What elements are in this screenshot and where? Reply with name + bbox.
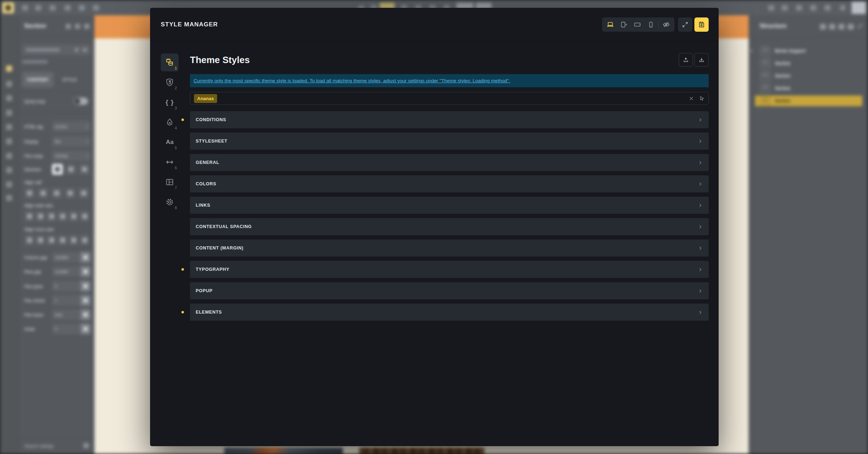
strip-icon-9[interactable] — [6, 181, 12, 187]
unit-button[interactable] — [81, 295, 91, 306]
strip-icon-3[interactable] — [6, 95, 12, 101]
toolbar-icon-2[interactable] — [35, 5, 41, 11]
section-general[interactable]: GENERAL — [190, 154, 709, 171]
tablet-landscape-icon[interactable] — [631, 17, 644, 32]
direction-button-2[interactable] — [66, 164, 76, 175]
unit-button[interactable] — [81, 309, 91, 320]
align-main-button-6[interactable] — [79, 211, 89, 222]
fullscreen-icon[interactable] — [678, 17, 692, 32]
tab-style[interactable]: STYLE — [62, 72, 77, 87]
structure-item[interactable]: Section — [755, 71, 862, 81]
align-main-button-3[interactable] — [46, 211, 56, 222]
structure-header-icon-3[interactable] — [838, 24, 844, 30]
toolbar-icon-3[interactable] — [50, 5, 56, 11]
download-button[interactable] — [694, 53, 709, 67]
rail-code[interactable]: { } 3 — [161, 93, 179, 111]
theme-style-input[interactable]: Ananas — [190, 92, 709, 105]
html-tag-select[interactable]: section — [52, 121, 91, 132]
order-input[interactable]: 0 — [52, 324, 91, 334]
section-elements[interactable]: ELEMENTS — [190, 304, 709, 321]
section-popup[interactable]: POPUP — [190, 282, 709, 299]
toolbar-icon-5[interactable] — [79, 5, 85, 11]
strip-icon-5[interactable] — [6, 124, 12, 130]
tab-content[interactable]: CONTENT — [22, 72, 53, 87]
structure-header-icon-2[interactable] — [829, 24, 835, 30]
tablet-rotate-icon[interactable] — [617, 17, 631, 32]
laptop-icon[interactable] — [604, 17, 617, 32]
strip-icon-8[interactable] — [6, 167, 12, 173]
section-typography[interactable]: TYPOGRAPHY — [190, 261, 709, 278]
panel-header-icon-2[interactable] — [75, 24, 80, 29]
rail-width[interactable]: 6 — [161, 153, 179, 171]
section-content-margin[interactable]: CONTENT (MARGIN) — [190, 239, 709, 257]
save-button[interactable] — [694, 17, 709, 32]
panel-header-icon-3[interactable] — [84, 24, 89, 29]
search-settings-label[interactable]: Search settings — [24, 444, 54, 449]
strip-icon-7[interactable] — [6, 153, 12, 159]
pointer-select-icon[interactable] — [699, 96, 705, 101]
unit-button[interactable] — [81, 324, 91, 334]
flex-grow-input[interactable]: 0 — [52, 281, 91, 292]
align-cross-button-5[interactable] — [68, 235, 78, 246]
toolbar-right-icon-2[interactable] — [782, 5, 788, 11]
align-main-button-4[interactable] — [57, 211, 67, 222]
unit-button[interactable] — [81, 281, 91, 292]
column-gap-input[interactable]: variable — [52, 252, 91, 263]
toolbar-icon-1[interactable] — [22, 5, 28, 11]
section-links[interactable]: LINKS — [190, 197, 709, 214]
strip-icon-4[interactable] — [6, 110, 12, 116]
rail-settings[interactable]: 8 — [161, 193, 179, 211]
display-select[interactable]: flex — [52, 136, 91, 147]
align-self-button-1[interactable] — [24, 188, 35, 198]
align-main-button-2[interactable] — [35, 211, 45, 222]
align-self-button-4[interactable] — [65, 188, 76, 198]
structure-item[interactable]: Section — [755, 58, 862, 69]
upload-button[interactable] — [679, 53, 693, 67]
element-search-input[interactable] — [22, 45, 91, 55]
panel-header-icon-1[interactable] — [66, 24, 71, 29]
search-clear-icon[interactable] — [75, 48, 78, 52]
align-cross-button-1[interactable] — [24, 235, 34, 246]
toolbar-right-icon-6[interactable] — [840, 5, 845, 11]
align-main-button-1[interactable] — [24, 211, 34, 222]
style-chip-ananas[interactable]: Ananas — [194, 94, 217, 103]
row-gap-input[interactable]: variable — [52, 266, 91, 277]
toolbar-icon-6[interactable] — [93, 5, 99, 11]
query-loop-toggle[interactable] — [74, 98, 88, 105]
rail-theme-styles[interactable]: 1 — [161, 53, 179, 71]
toolbar-right-icon-1[interactable] — [768, 5, 774, 11]
rail-layout[interactable]: 7 — [161, 173, 179, 191]
unit-button[interactable] — [81, 252, 91, 263]
align-self-button-3[interactable] — [51, 188, 62, 198]
toolbar-right-icon-4[interactable] — [810, 5, 816, 11]
align-self-button-5[interactable] — [78, 188, 89, 198]
structure-item[interactable]: ▾ Bricks Support — [755, 46, 862, 56]
eye-hidden-icon[interactable] — [659, 17, 673, 32]
clear-x-icon[interactable] — [689, 96, 694, 101]
css-class-link[interactable] — [22, 60, 48, 63]
canvas-image-1[interactable] — [224, 448, 343, 454]
flex-shrink-input[interactable]: 1 — [52, 295, 91, 306]
rail-typography[interactable]: Aa 5 — [161, 133, 179, 151]
strip-icon-10[interactable] — [6, 195, 12, 201]
structure-header-icon-1[interactable] — [820, 24, 826, 30]
direction-button-1[interactable] — [52, 164, 63, 175]
flex-basis-input[interactable]: auto — [52, 309, 91, 320]
search-settings-icon[interactable] — [83, 443, 89, 448]
strip-icon-2[interactable] — [6, 81, 12, 87]
align-cross-button-2[interactable] — [35, 235, 45, 246]
structure-header-icon-4[interactable] — [848, 24, 854, 30]
section-contextual-spacing[interactable]: CONTEXTUAL SPACING — [190, 218, 709, 235]
unit-button[interactable] — [81, 266, 91, 277]
rail-colors[interactable]: 4 — [161, 113, 179, 131]
structure-item[interactable]: Section — [755, 83, 862, 94]
canvas-image-2[interactable] — [359, 448, 484, 454]
toolbar-icon-4[interactable] — [65, 5, 71, 11]
section-conditions[interactable]: CONDITIONS — [190, 111, 709, 128]
direction-button-3[interactable] — [79, 164, 90, 175]
strip-icon-active[interactable] — [6, 66, 12, 72]
bricks-logo[interactable] — [2, 2, 14, 13]
align-self-button-2[interactable] — [38, 188, 48, 198]
align-cross-button-3[interactable] — [46, 235, 56, 246]
mobile-icon[interactable] — [644, 17, 658, 32]
